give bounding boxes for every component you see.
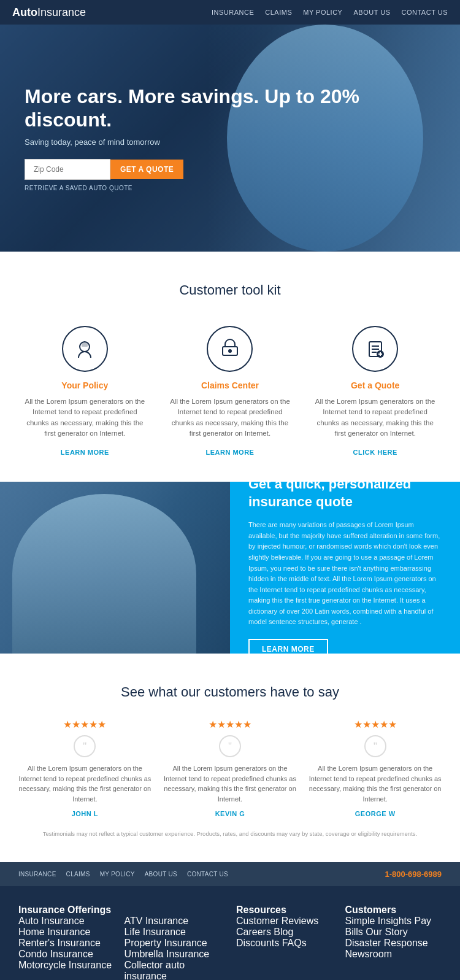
promo-learn-more-button[interactable]: LEARN MORE (248, 639, 328, 660)
quote-icon-1: " (74, 735, 96, 757)
footer-link-blog[interactable]: Blog (274, 927, 293, 937)
svg-rect-1 (82, 342, 88, 347)
footer-resources-col: Resources Customer Reviews Careers Blog … (236, 905, 333, 980)
toolkit-item-policy: Your Policy All the Lorem Ipsum generato… (18, 320, 151, 463)
footer-columns: Insurance Offerings Auto Insurance ATV I… (18, 905, 442, 980)
footer-nav-links: INSURANCE CLAIMS MY POLICY ABOUT US CONT… (18, 871, 385, 878)
testimonial-1: ★★★★★ " All the Lorem Ipsum generators o… (18, 719, 151, 817)
footer-link-reviews[interactable]: Customer Reviews (236, 916, 318, 926)
navbar: AutoInsurance INSURANCE CLAIMS MY POLICY… (0, 0, 460, 25)
footer-link-newsroom[interactable]: Newsroom (345, 949, 392, 959)
footer-customers-col: Customers Simple Insights Pay Bills Our … (345, 905, 442, 980)
footer-link-home[interactable]: Home Insurance (18, 927, 118, 938)
footer-navbar: INSURANCE CLAIMS MY POLICY ABOUT US CONT… (0, 862, 460, 886)
stars-3: ★★★★★ (309, 719, 442, 730)
policy-desc: All the Lorem Ipsum generators on the In… (25, 396, 145, 439)
hero-form: GET A QUOTE (25, 159, 435, 180)
footer-link-life[interactable]: Life Insurance (125, 927, 224, 938)
nav-links: INSURANCE CLAIMS MY POLICY ABOUT US CONT… (212, 9, 448, 16)
stars-1: ★★★★★ (18, 719, 151, 730)
testimonials-disclaimer: Testimonials may not reflect a typical c… (31, 830, 429, 838)
promo-heading: Get a quick, personalized insurance quot… (248, 476, 442, 511)
nav-insurance[interactable]: INSURANCE (212, 9, 254, 16)
svg-point-3 (228, 349, 232, 353)
footer-link-insights[interactable]: Simple Insights (345, 916, 412, 926)
footer-resources-heading: Resources (236, 905, 333, 916)
nav-contact-us[interactable]: CONTACT US (402, 9, 448, 16)
claims-link[interactable]: LEARN MORE (206, 449, 255, 456)
footer-link-renters[interactable]: Renter's Insurance (18, 938, 118, 949)
promo-section: Get a quick, personalized insurance quot… (0, 482, 460, 654)
hero-content: More cars. More savings. Up to 20% disco… (0, 85, 460, 192)
footer-customers-heading: Customers (345, 905, 442, 916)
testi-text-1: All the Lorem Ipsum generators on the In… (18, 763, 151, 804)
claims-icon (207, 326, 253, 372)
testi-text-2: All the Lorem Ipsum generators on the In… (164, 763, 297, 804)
footer-link-condo[interactable]: Condo Insurance (18, 949, 118, 960)
footer-link-ourstory[interactable]: Our Story (366, 927, 407, 937)
footer-link-auto[interactable]: Auto Insurance (18, 916, 118, 927)
hero-subtext: Saving today, peace of mind tomorrow (25, 137, 435, 147)
policy-icon (62, 326, 108, 372)
footer-link-discounts[interactable]: Discounts (236, 938, 279, 948)
testimonials-heading: See what our customers have to say (18, 684, 442, 700)
footer: Insurance Offerings Auto Insurance ATV I… (0, 886, 460, 980)
footer-link-careers[interactable]: Careers (236, 927, 271, 937)
footer-nav-about-us[interactable]: ABOUT US (145, 871, 177, 878)
get-quote-button[interactable]: GET A QUOTE (110, 160, 183, 179)
promo-content: Get a quick, personalized insurance quot… (230, 482, 460, 654)
claims-title: Claims Center (170, 380, 291, 390)
toolkit-item-claims: Claims Center All the Lorem Ipsum genera… (164, 320, 297, 463)
toolkit-item-quote: Get a Quote All the Lorem Ipsum generato… (309, 320, 442, 463)
footer-nav-my-policy[interactable]: MY POLICY (100, 871, 135, 878)
nav-my-policy[interactable]: MY POLICY (303, 9, 342, 16)
retrieve-quote-link[interactable]: RETRIEVE A SAVED AUTO QUOTE (25, 185, 435, 191)
zip-input[interactable] (25, 159, 110, 180)
footer-nav-insurance[interactable]: INSURANCE (18, 871, 56, 878)
footer-link-faqs[interactable]: FAQs (282, 938, 307, 948)
quote-icon-2: " (219, 735, 241, 757)
testimonial-3: ★★★★★ " All the Lorem Ipsum generators o… (309, 719, 442, 817)
footer-link-property[interactable]: Property Insurance (125, 938, 224, 949)
footer-link-umbrella[interactable]: Umbrella Insurance (125, 949, 224, 960)
footer-link-atv[interactable]: ATV Insurance (125, 916, 224, 927)
testimonials-section: See what our customers have to say ★★★★★… (0, 654, 460, 862)
toolkit-grid: Your Policy All the Lorem Ipsum generato… (18, 320, 442, 463)
footer-nav-claims[interactable]: CLAIMS (66, 871, 90, 878)
footer-link-collector[interactable]: Collector auto insurance (125, 960, 224, 980)
policy-link[interactable]: LEARN MORE (61, 449, 109, 456)
hero-headline: More cars. More savings. Up to 20% disco… (25, 85, 435, 132)
footer-insurance-heading: Insurance Offerings (18, 905, 224, 916)
promo-body: There are many variations of passages of… (248, 520, 442, 628)
testi-name-1: JOHN L (18, 810, 151, 817)
quote-icon (352, 326, 398, 372)
policy-title: Your Policy (25, 380, 145, 390)
site-logo: AutoInsurance (12, 6, 86, 19)
footer-insurance-col: Insurance Offerings Auto Insurance ATV I… (18, 905, 224, 980)
quote-icon-3: " (364, 735, 386, 757)
footer-nav-contact-us[interactable]: CONTACT US (187, 871, 228, 878)
testimonials-grid: ★★★★★ " All the Lorem Ipsum generators o… (18, 719, 442, 817)
toolkit-section: Customer tool kit Your Policy All the Lo… (0, 252, 460, 482)
testimonial-2: ★★★★★ " All the Lorem Ipsum generators o… (164, 719, 297, 817)
footer-link-disaster[interactable]: Disaster Response (345, 938, 428, 948)
hero-section: More cars. More savings. Up to 20% disco… (0, 25, 460, 252)
testi-name-3: GEORGE W (309, 810, 442, 817)
footer-link-motorcycle[interactable]: Motorcycle Insurance (18, 960, 118, 980)
promo-person-graphic (12, 494, 196, 654)
nav-about-us[interactable]: ABOUT US (353, 9, 390, 16)
toolkit-heading: Customer tool kit (18, 282, 442, 298)
quote-desc: All the Lorem Ipsum generators on the In… (315, 396, 435, 439)
promo-image (0, 482, 230, 654)
claims-desc: All the Lorem Ipsum generators on the In… (170, 396, 291, 439)
testi-text-3: All the Lorem Ipsum generators on the In… (309, 763, 442, 804)
quote-title: Get a Quote (315, 380, 435, 390)
testi-name-2: KEVIN G (164, 810, 297, 817)
stars-2: ★★★★★ (164, 719, 297, 730)
footer-phone: 1-800-698-6989 (385, 870, 442, 879)
nav-claims[interactable]: CLAIMS (265, 9, 292, 16)
quote-link[interactable]: CLICK HERE (353, 449, 397, 456)
